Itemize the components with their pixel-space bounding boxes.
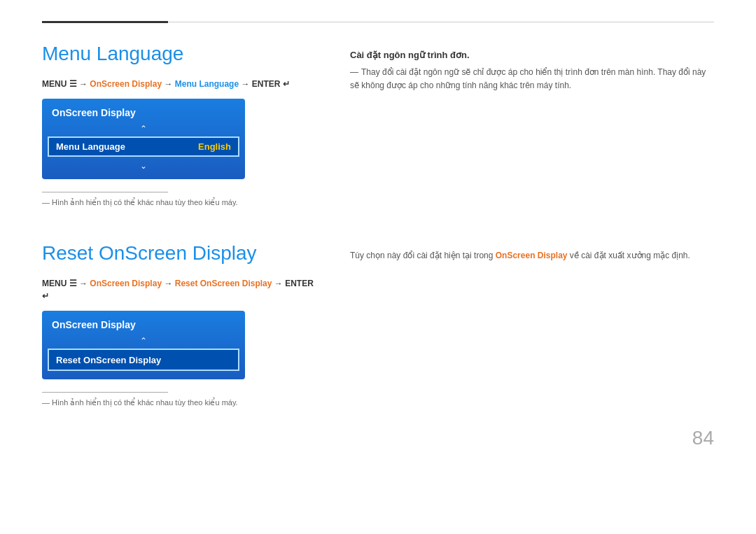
section-divider-1 — [42, 192, 168, 192]
section-right-1: Cài đặt ngôn ngữ trình đơn. ―Thay đổi cà… — [350, 43, 714, 228]
footnote-2: ― Hình ảnh hiển thị có thể khác nhau tùy… — [42, 398, 322, 407]
desc-title-1: Cài đặt ngôn ngữ trình đơn. — [350, 50, 714, 60]
reset-osd-section: Reset OnScreen Display MENU ☰ → OnScreen… — [42, 242, 714, 428]
menu-arrow1-1: → — [77, 79, 90, 89]
osd-title-2: OnScreen Display — [42, 316, 245, 336]
osd-box-2: OnScreen Display ⌃ Reset OnScreen Displa… — [42, 311, 245, 379]
desc-prefix-2: Tùy chọn này đổi cài đặt hiện tại trong — [350, 251, 496, 260]
section1-title: Menu Language — [42, 43, 322, 65]
osd-menu-item-2: Reset OnScreen Display — [48, 349, 239, 371]
desc-text-2: Tùy chọn này đổi cài đặt hiện tại trong … — [350, 249, 714, 262]
menu-part2-1: Menu Language — [175, 79, 239, 89]
section-left-2: Reset OnScreen Display MENU ☰ → OnScreen… — [42, 242, 322, 428]
osd-item-value-1: English — [198, 141, 231, 152]
menu-part1-2: OnScreen Display — [90, 279, 162, 288]
osd-title-1: OnScreen Display — [42, 104, 245, 124]
menu-prefix-2: MENU — [42, 279, 69, 288]
desc-dash-1: ― — [350, 67, 358, 77]
divider-right — [168, 22, 714, 22]
section-left-1: Menu Language MENU ☰ → OnScreen Display … — [42, 43, 322, 228]
divider-left — [42, 21, 168, 23]
menu-icon-1: ☰ — [69, 79, 77, 89]
osd-menu-item-1: Menu Language English — [48, 136, 239, 157]
osd-box-1: OnScreen Display ⌃ Menu Language English… — [42, 99, 245, 179]
chevron-up-2: ⌃ — [42, 336, 245, 346]
menu-arrow3-1: → ENTER ↵ — [239, 79, 290, 89]
menu-icon-2: ☰ — [69, 279, 77, 288]
osd-item-label-1: Menu Language — [56, 141, 125, 152]
menu-path-2: MENU ☰ → OnScreen Display → Reset OnScre… — [42, 277, 322, 302]
desc-body-1: Thay đổi cài đặt ngôn ngữ sẽ chỉ được áp… — [350, 67, 706, 90]
desc-highlight-2: OnScreen Display — [496, 251, 568, 260]
top-dividers — [42, 21, 714, 23]
menu-path-1: MENU ☰ → OnScreen Display → Menu Languag… — [42, 78, 322, 90]
chevron-down-1: ⌄ — [42, 161, 245, 171]
menu-arrow1-2: → — [77, 279, 90, 288]
page-number: 84 — [692, 427, 714, 449]
section-right-2: Tùy chọn này đổi cài đặt hiện tại trong … — [350, 242, 714, 428]
osd-item-label-2: Reset OnScreen Display — [56, 355, 161, 365]
chevron-up-1: ⌃ — [42, 124, 245, 134]
desc-suffix-2: về cài đặt xuất xưởng mặc định. — [567, 251, 690, 260]
footnote-1: ― Hình ảnh hiển thị có thể khác nhau tùy… — [42, 198, 322, 207]
section-divider-2 — [42, 392, 168, 393]
menu-arrow2-1: → — [162, 79, 175, 89]
menu-language-section: Menu Language MENU ☰ → OnScreen Display … — [42, 43, 714, 228]
menu-part1-1: OnScreen Display — [90, 79, 162, 89]
menu-arrow2-2: → — [162, 279, 175, 288]
desc-text-1: ―Thay đổi cài đặt ngôn ngữ sẽ chỉ được á… — [350, 66, 714, 92]
section2-title: Reset OnScreen Display — [42, 242, 322, 265]
menu-prefix-1: MENU — [42, 79, 69, 89]
menu-part2-2: Reset OnScreen Display — [175, 279, 272, 288]
